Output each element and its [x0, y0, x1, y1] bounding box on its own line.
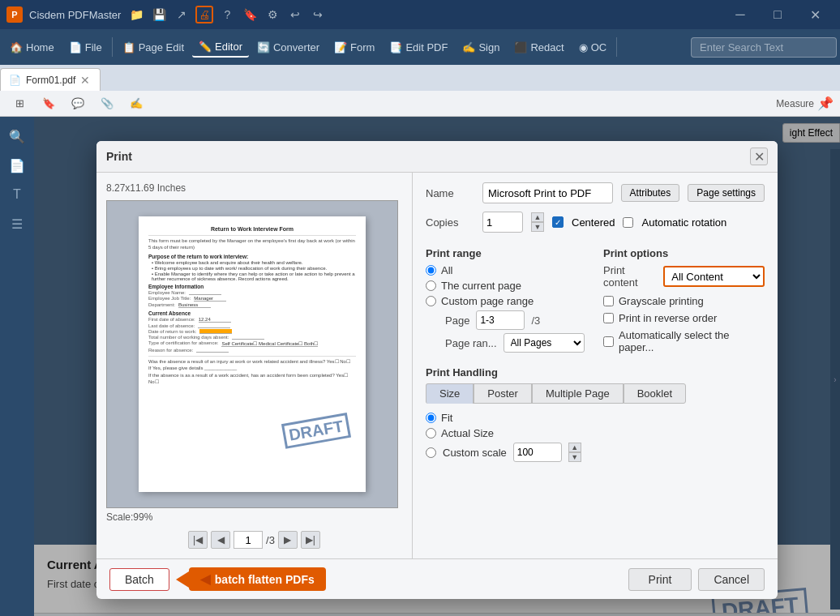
radio-all-label: All [441, 264, 452, 276]
bookmark2-icon[interactable]: 🔖 [241, 6, 259, 24]
undo-icon[interactable]: ↩ [286, 6, 304, 24]
radio-custom: Custom page range [426, 295, 587, 307]
tab-form01[interactable]: 📄 Form01.pdf ✕ [0, 68, 101, 91]
page-sidebar-icon[interactable]: 📄 [4, 152, 30, 178]
batch-btn[interactable]: Batch [109, 568, 169, 591]
thumbnail-icon[interactable]: ⊞ [6, 91, 32, 117]
close-btn[interactable]: ✕ [796, 0, 834, 29]
attributes-btn[interactable]: Attributes [621, 184, 680, 202]
nav-page-input[interactable]: 1 [234, 531, 263, 549]
redo-icon[interactable]: ↪ [309, 6, 327, 24]
auto-select-checkbox[interactable] [603, 336, 614, 347]
batch-tooltip: batch flatten PDFs [189, 567, 326, 591]
search-input[interactable] [691, 37, 837, 58]
centered-checkbox[interactable]: ✓ [552, 216, 564, 228]
toolbar-converter[interactable]: 🔄 Converter [251, 38, 326, 57]
page-range-select-row: Page ran... All Pages [445, 333, 587, 353]
maximize-btn[interactable]: □ [759, 0, 796, 29]
bookmark-tool-icon[interactable]: 🔖 [36, 91, 62, 117]
custom-scale-radio[interactable] [426, 447, 436, 458]
print-range-col: Print range All The current page [426, 241, 587, 358]
custom-scale-row: Custom scale ▲ ▼ [426, 443, 765, 462]
copies-spinner[interactable]: ▲ ▼ [531, 212, 544, 232]
scale-spinner[interactable]: ▲ ▼ [568, 443, 581, 462]
pin-icon[interactable]: 📌 [817, 96, 834, 111]
preview-box: Return to Work Interview Form This form … [106, 200, 398, 508]
settings-icon[interactable]: ⚙ [264, 6, 281, 24]
print-icon[interactable]: 🖨 [195, 6, 213, 24]
converter-icon: 🔄 [257, 41, 270, 53]
radio-current-input[interactable] [426, 280, 436, 291]
preview-panel: 8.27x11.69 Inches Return to Work Intervi… [96, 173, 413, 558]
tab-multiple-page[interactable]: Multiple Page [532, 383, 624, 404]
toolbar-oc[interactable]: ◉ OC [572, 38, 614, 57]
tab-booklet[interactable]: Booklet [624, 383, 686, 404]
search-sidebar-icon[interactable]: 🔍 [4, 123, 30, 149]
print-content-row: Print content All Content [603, 264, 765, 289]
dialog-close-btn[interactable]: ✕ [750, 148, 768, 165]
auto-select-row: Automatically select the paper... [603, 329, 765, 353]
toolbar-edit-pdf[interactable]: 📑 Edit PDF [383, 38, 454, 57]
printer-select[interactable]: Microsoft Print to PDF [482, 182, 613, 203]
attachment-icon[interactable]: 📎 [94, 91, 120, 117]
save-icon[interactable]: 💾 [150, 6, 168, 24]
actual-size-radio[interactable] [426, 428, 436, 438]
print-content-select[interactable]: All Content [663, 266, 765, 287]
scale-info: Scale:99% [106, 511, 402, 523]
centered-label: Centered [572, 216, 615, 229]
page-range-select[interactable]: All Pages [504, 333, 585, 353]
left-sidebar: 🔍 📄 T ☰ 👤 [0, 117, 34, 616]
nav-total: /3 [266, 534, 275, 546]
copies-down[interactable]: ▼ [531, 222, 544, 232]
grayscale-checkbox[interactable] [603, 296, 614, 306]
custom-scale-label: Custom scale [443, 447, 507, 459]
tab-poster[interactable]: Poster [474, 383, 532, 404]
page-settings-btn[interactable]: Page settings [688, 184, 765, 202]
print-range-title: Print range [426, 247, 587, 259]
text-sidebar-icon[interactable]: T [4, 182, 30, 207]
reverse-checkbox[interactable] [603, 313, 614, 323]
help-icon[interactable]: ? [218, 6, 236, 24]
list-sidebar-icon[interactable]: ☰ [4, 211, 30, 237]
copies-input[interactable] [482, 212, 523, 233]
fit-radio[interactable] [426, 413, 436, 423]
auto-rotation-checkbox[interactable] [623, 217, 633, 228]
custom-scale-input[interactable] [513, 443, 562, 462]
tab-close-icon[interactable]: ✕ [80, 74, 90, 87]
tab-size[interactable]: Size [426, 383, 474, 404]
copies-row: Copies ▲ ▼ ✓ Centered Automatic rotation [426, 212, 765, 233]
oc-icon: ◉ [579, 41, 588, 53]
page-range-input[interactable] [476, 310, 525, 330]
cancel-btn[interactable]: Cancel [698, 568, 765, 591]
toolbar-sign[interactable]: ✍️ Sign [456, 38, 506, 57]
radio-all-input[interactable] [426, 265, 436, 276]
nav-prev-btn[interactable]: ◀ [211, 531, 230, 549]
toolbar-redact[interactable]: ⬛ Redact [508, 38, 570, 57]
toolbar-form[interactable]: 📝 Form [328, 38, 381, 57]
comment-icon[interactable]: 💬 [65, 91, 91, 117]
toolbar-file[interactable]: 📄 File [62, 38, 109, 57]
share-icon[interactable]: ↗ [173, 6, 191, 24]
dialog-title: Print [106, 150, 750, 163]
scale-up[interactable]: ▲ [568, 443, 581, 452]
toolbar-editor[interactable]: ✏️ Editor [192, 37, 249, 58]
copies-up[interactable]: ▲ [531, 212, 544, 222]
file-open-icon[interactable]: 📁 [127, 6, 145, 24]
editor-icon: ✏️ [199, 41, 212, 53]
measure-label[interactable]: Measure [776, 98, 814, 109]
nav-next-btn[interactable]: ▶ [278, 531, 298, 549]
scale-down[interactable]: ▼ [568, 452, 581, 462]
print-btn[interactable]: Print [628, 568, 692, 591]
stamp-sidebar-icon[interactable]: 👤 [4, 610, 30, 616]
minimize-btn[interactable]: ─ [722, 0, 759, 29]
nav-first-btn[interactable]: |◀ [188, 531, 208, 549]
grayscale-label: Grayscale printing [619, 295, 704, 307]
radio-custom-input[interactable] [426, 296, 436, 306]
toolbar-home[interactable]: 🏠 Home [3, 38, 61, 57]
toolbar-page-edit[interactable]: 📋 Page Edit [116, 38, 191, 57]
page-edit-icon: 📋 [122, 41, 135, 53]
nav-last-btn[interactable]: ▶| [301, 531, 320, 549]
print-handling-section: Print Handling Size Poster Multiple Page… [426, 366, 765, 462]
arrow-left [176, 571, 189, 588]
signature-tool-icon[interactable]: ✍ [123, 91, 149, 117]
